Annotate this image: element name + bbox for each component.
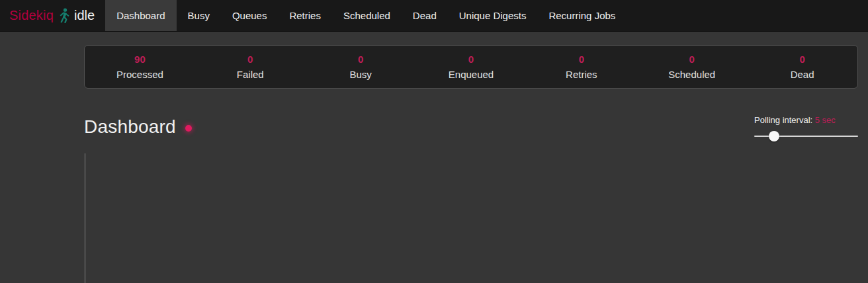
nav-item-scheduled[interactable]: Scheduled xyxy=(332,0,402,31)
stat-retries-value: 0 xyxy=(526,54,636,65)
polling-interval-slider[interactable] xyxy=(754,131,858,142)
page-header: Dashboard Polling interval: 5 sec xyxy=(84,114,858,145)
page-content: 90 Processed 0 Failed 0 Busy 0 Enqueued … xyxy=(0,45,868,283)
nav-item-dashboard[interactable]: Dashboard xyxy=(105,0,176,31)
polling-interval-value[interactable]: 5 sec xyxy=(815,115,836,125)
stat-busy[interactable]: 0 Busy xyxy=(306,50,416,84)
polling-control: Polling interval: 5 sec xyxy=(754,114,858,142)
stat-dead[interactable]: 0 Dead xyxy=(747,50,857,84)
stat-scheduled-label: Scheduled xyxy=(636,69,747,80)
stat-busy-value: 0 xyxy=(306,54,416,65)
stat-dead-label: Dead xyxy=(747,69,857,80)
nav-item-busy[interactable]: Busy xyxy=(177,0,221,31)
stat-dead-value: 0 xyxy=(747,54,857,65)
nav-item-retries[interactable]: Retries xyxy=(278,0,332,31)
stat-failed-label: Failed xyxy=(195,69,306,80)
summary-stats-bar: 90 Processed 0 Failed 0 Busy 0 Enqueued … xyxy=(84,45,858,89)
slider-thumb[interactable] xyxy=(769,131,779,142)
polling-label: Polling interval: 5 sec xyxy=(754,115,858,125)
stat-failed-value: 0 xyxy=(195,54,306,65)
sidekiq-character-icon xyxy=(58,8,69,24)
stat-enqueued[interactable]: 0 Enqueued xyxy=(416,50,527,84)
navbar: Sidekiq idle Dashboard Busy Queues Retri… xyxy=(0,0,868,32)
page-title: Dashboard xyxy=(84,116,176,138)
process-status-label: idle xyxy=(74,8,95,23)
stat-retries[interactable]: 0 Retries xyxy=(526,50,636,84)
stat-retries-label: Retries xyxy=(526,69,636,80)
stat-processed-label: Processed xyxy=(85,69,195,80)
stat-enqueued-value: 0 xyxy=(416,54,527,65)
stat-busy-label: Busy xyxy=(306,69,416,80)
stat-processed-value: 90 xyxy=(85,54,195,65)
brand[interactable]: Sidekiq idle xyxy=(0,0,105,31)
stat-failed[interactable]: 0 Failed xyxy=(195,50,306,84)
live-beacon-icon xyxy=(185,125,192,132)
stat-scheduled[interactable]: 0 Scheduled xyxy=(636,50,747,84)
main-nav: Dashboard Busy Queues Retries Scheduled … xyxy=(105,0,627,31)
stat-scheduled-value: 0 xyxy=(636,54,747,65)
nav-item-recurring-jobs[interactable]: Recurring Jobs xyxy=(537,0,627,31)
stat-processed[interactable]: 90 Processed xyxy=(85,50,195,84)
nav-item-unique-digests[interactable]: Unique Digests xyxy=(448,0,538,31)
realtime-chart xyxy=(84,153,858,283)
stat-enqueued-label: Enqueued xyxy=(416,69,527,80)
brand-name: Sidekiq xyxy=(9,8,54,23)
nav-item-dead[interactable]: Dead xyxy=(402,0,448,31)
chart-y-axis xyxy=(85,153,85,283)
nav-item-queues[interactable]: Queues xyxy=(221,0,279,31)
